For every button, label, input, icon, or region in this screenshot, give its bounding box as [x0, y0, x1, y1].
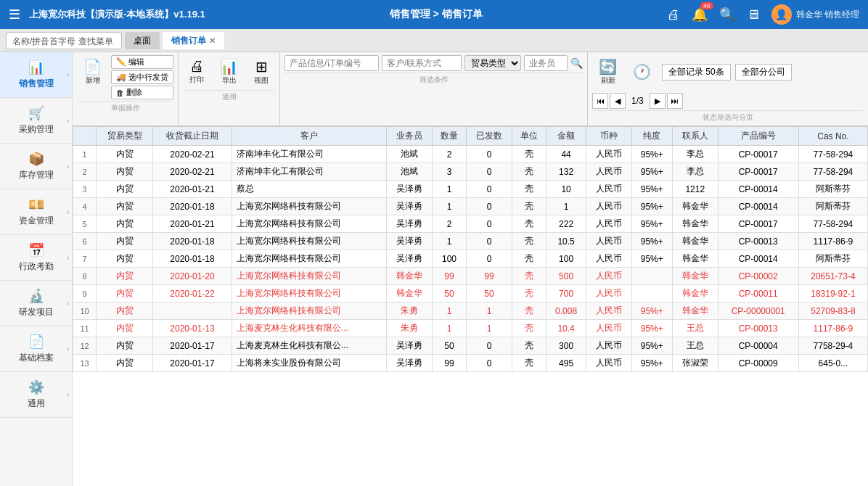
table-row[interactable]: 9 内贸 2020-01-22 上海宽尔网络科技有限公司 韩金华 50 50 壳…: [73, 285, 868, 302]
cell-trade: 内贸: [97, 355, 153, 372]
hr-icon: 📅: [28, 242, 44, 258]
customer-filter-input[interactable]: [382, 55, 462, 71]
cell-date: 2020-01-20: [153, 268, 232, 285]
new-doc-icon: 📄: [83, 58, 102, 75]
cell-shipped: 50: [467, 285, 512, 302]
cell-shipped: 0: [467, 233, 512, 250]
cell-cas: 18319-92-1: [798, 285, 867, 302]
sidebar-item-inventory[interactable]: 📦 库存管理 ›: [0, 144, 72, 189]
table-row[interactable]: 2 内贸 2020-02-21 济南坤丰化工有限公司 池斌 3 0 壳 132 …: [73, 163, 868, 181]
trade-type-select[interactable]: 贸易类型: [464, 55, 521, 71]
sidebar-item-rd[interactable]: 🔬 研发项目 ›: [0, 281, 72, 326]
cell-cas: 阿斯蒂芬: [798, 250, 867, 268]
cell-contact: 韩金华: [672, 215, 718, 233]
table-row[interactable]: 11 内贸 2020-01-13 上海麦克林生化科技有限公... 朱勇 1 1 …: [73, 320, 868, 337]
sidebar-item-hr[interactable]: 📅 行政考勤 ›: [0, 235, 72, 281]
new-button[interactable]: 📄 新增: [77, 55, 108, 88]
cell-contact: 李总: [672, 146, 718, 163]
salesperson-search-icon[interactable]: 🔍: [570, 57, 583, 69]
new-label: 新增: [86, 75, 100, 86]
sidebar-arrow-purchase: ›: [67, 117, 69, 125]
cell-cas: 阿斯蒂芬: [798, 181, 867, 198]
table-row[interactable]: 1 内贸 2020-02-21 济南坤丰化工有限公司 池斌 2 0 壳 44 人…: [73, 146, 868, 163]
avatar: 👤: [771, 4, 792, 25]
ship-button[interactable]: 🚚 选中行发货: [111, 70, 173, 84]
export-button[interactable]: 📊 导出: [213, 55, 245, 88]
cell-shipped: 0: [467, 198, 512, 215]
toolbar-group-filters: 贸易类型 🔍 筛选条件: [280, 52, 588, 125]
edit-button[interactable]: ✏️ 编辑: [111, 55, 173, 69]
print-toolbar-button[interactable]: 🖨 打印: [183, 55, 210, 88]
table-row[interactable]: 13 内贸 2020-01-17 上海将来实业股份有限公司 吴泽勇 99 0 壳…: [73, 355, 868, 372]
view-button[interactable]: ⊞ 视图: [247, 55, 275, 88]
salesperson-filter-input[interactable]: [524, 55, 568, 71]
tab-current[interactable]: 销售订单 ✕: [163, 32, 224, 49]
top-header: ☰ 上海宽尔科技【演示版-本地系统】v1.19.1 销售管理 > 销售订单 🖨 …: [0, 0, 868, 29]
cell-salesperson: 韩金华: [387, 285, 433, 302]
table-row[interactable]: 8 内贸 2020-01-20 上海宽尔网络科技有限公司 韩金华 99 99 壳…: [73, 268, 868, 285]
general-label: 通用: [183, 90, 275, 102]
app-title: 上海宽尔科技【演示版-本地系统】v1.19.1: [29, 8, 205, 21]
cell-date: 2020-01-18: [153, 198, 232, 215]
sidebar-item-finance[interactable]: 💴 资金管理 ›: [0, 189, 72, 235]
hamburger-icon[interactable]: ☰: [9, 7, 20, 22]
cell-unit: 壳: [512, 181, 546, 198]
tab-bar: 名称/拼音首字母 查找菜单 桌面 销售订单 ✕: [0, 29, 868, 52]
sidebar-item-sales[interactable]: 📊 销售管理 ›: [0, 52, 72, 98]
content-area: 📄 新增 ✏️ 编辑 🚚 选中行发货 🗑: [73, 52, 868, 486]
sidebar-label-finance: 资金管理: [19, 215, 54, 227]
cell-unit: 壳: [512, 198, 546, 215]
cell-contact: 韩金华: [672, 268, 718, 285]
table-row[interactable]: 7 内贸 2020-01-18 上海宽尔网络科技有限公司 吴泽勇 100 0 壳…: [73, 250, 868, 268]
refresh-button[interactable]: 🔄 刷新: [592, 55, 623, 88]
history-button[interactable]: 🕐: [626, 60, 658, 83]
sidebar-arrow-general: ›: [67, 391, 69, 399]
tab-home[interactable]: 桌面: [125, 32, 160, 49]
cell-product-no: CP-00014: [718, 250, 798, 268]
table-row[interactable]: 3 内贸 2020-01-21 蔡总 吴泽勇 1 0 壳 10 人民币 95%+…: [73, 181, 868, 198]
header-right: 🖨 🔔 46 🔍 🖥 👤 韩金华 销售经理: [667, 4, 859, 25]
ship-icon: 🚚: [116, 73, 126, 82]
cell-contact: 李总: [672, 163, 718, 181]
cell-unit: 壳: [512, 302, 546, 320]
cell-currency: 人民币: [586, 355, 632, 372]
table-row[interactable]: 5 内贸 2020-01-21 上海宽尔网络科技有限公司 吴泽勇 2 0 壳 2…: [73, 215, 868, 233]
table-row[interactable]: 6 内贸 2020-01-18 上海宽尔网络科技有限公司 吴泽勇 1 0 壳 1…: [73, 233, 868, 250]
tab-close-icon[interactable]: ✕: [209, 35, 216, 46]
table-row[interactable]: 4 内贸 2020-01-18 上海宽尔网络科技有限公司 吴泽勇 1 0 壳 1…: [73, 198, 868, 215]
cell-product-no: CP-00013: [718, 320, 798, 337]
first-page-button[interactable]: ⏮: [592, 93, 608, 109]
user-info[interactable]: 👤 韩金华 销售经理: [771, 4, 859, 25]
delete-button[interactable]: 🗑 删除: [111, 86, 173, 99]
table-container: 贸易类型 收货截止日期 客户 业务员 数量 已发数 单位 金额 币种 纯度 联系…: [73, 126, 868, 486]
product-filter-input[interactable]: [284, 55, 379, 71]
next-page-button[interactable]: ▶: [650, 93, 666, 109]
last-page-button[interactable]: ⏭: [667, 93, 683, 109]
table-row[interactable]: 12 内贸 2020-01-17 上海麦克林生化科技有限公... 吴泽勇 50 …: [73, 337, 868, 355]
company-filter[interactable]: 全部分公司: [735, 64, 792, 81]
sidebar-item-purchase[interactable]: 🛒 采购管理 ›: [0, 98, 72, 144]
cell-date: 2020-01-22: [153, 285, 232, 302]
edit-icon: ✏️: [116, 57, 126, 67]
sidebar-item-archive[interactable]: 📄 基础档案 ›: [0, 326, 72, 372]
tab-search[interactable]: 名称/拼音首字母 查找菜单: [6, 32, 122, 49]
cell-contact: 韩金华: [672, 233, 718, 250]
bell-icon[interactable]: 🔔 46: [692, 7, 708, 22]
cell-product-no: CP-00013: [718, 233, 798, 250]
monitor-icon[interactable]: 🖥: [747, 7, 760, 22]
search-icon[interactable]: 🔍: [719, 7, 735, 22]
cell-qty: 50: [432, 285, 466, 302]
cell-product-no: CP-00014: [718, 198, 798, 215]
cell-purity: [631, 268, 672, 285]
print-icon[interactable]: 🖨: [667, 7, 680, 22]
print-icon: 🖨: [189, 58, 204, 75]
status-controls: 🔄 刷新 🕐 全部记录 50条 全部分公司 ⏮ ◀ 1/3 ▶: [592, 55, 864, 109]
cell-amount: 44: [546, 146, 586, 163]
col-amount: 金额: [546, 127, 586, 146]
edit-label: 编辑: [128, 57, 144, 67]
sidebar-item-general[interactable]: ⚙️ 通用 ›: [0, 372, 72, 418]
prev-page-button[interactable]: ◀: [610, 93, 626, 109]
cell-date: [153, 302, 232, 320]
cell-qty: 1: [432, 198, 466, 215]
table-row[interactable]: 10 内贸 上海宽尔网络科技有限公司 朱勇 1 1 壳 0.008 人民币 95…: [73, 302, 868, 320]
